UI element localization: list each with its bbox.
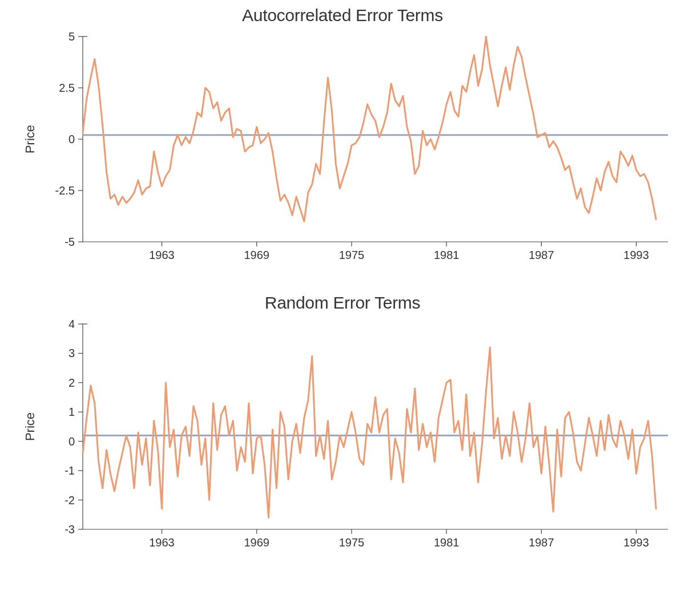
svg-text:-5: -5 <box>65 236 75 248</box>
svg-text:Price: Price <box>23 412 37 441</box>
svg-text:-2: -2 <box>65 494 75 506</box>
svg-text:1987: 1987 <box>529 249 554 261</box>
svg-text:1: 1 <box>68 406 75 418</box>
svg-text:1963: 1963 <box>149 249 175 261</box>
svg-text:1975: 1975 <box>339 249 365 261</box>
svg-text:1981: 1981 <box>434 536 460 549</box>
svg-text:-2.5: -2.5 <box>55 184 75 197</box>
chart-title-1: Autocorrelated Error Terms <box>0 6 685 25</box>
chart-autocorrelated: Autocorrelated Error Terms -5-2.502.55Pr… <box>0 0 685 270</box>
svg-text:5: 5 <box>68 30 75 43</box>
svg-text:0: 0 <box>68 133 75 145</box>
svg-text:Price: Price <box>23 125 37 153</box>
svg-text:1993: 1993 <box>623 249 649 261</box>
chart-svg-2: -3-2-101234Price196319691975198119871993 <box>0 313 685 558</box>
svg-text:2.5: 2.5 <box>59 82 75 94</box>
svg-text:1987: 1987 <box>529 536 554 549</box>
svg-text:3: 3 <box>68 347 75 359</box>
chart-random: Random Error Terms -3-2-101234Price19631… <box>0 270 685 558</box>
svg-text:1963: 1963 <box>149 536 175 549</box>
svg-text:1993: 1993 <box>623 536 649 549</box>
svg-text:1969: 1969 <box>244 249 269 261</box>
svg-text:2: 2 <box>68 376 75 389</box>
svg-text:1981: 1981 <box>434 249 460 261</box>
chart-svg-1: -5-2.502.55Price196319691975198119871993 <box>0 25 685 270</box>
svg-text:-3: -3 <box>65 523 75 536</box>
svg-text:1975: 1975 <box>339 536 365 549</box>
svg-text:1969: 1969 <box>244 536 269 549</box>
svg-text:4: 4 <box>68 318 75 330</box>
svg-text:-1: -1 <box>65 464 75 477</box>
svg-text:0: 0 <box>68 435 75 448</box>
chart-title-2: Random Error Terms <box>0 293 685 313</box>
